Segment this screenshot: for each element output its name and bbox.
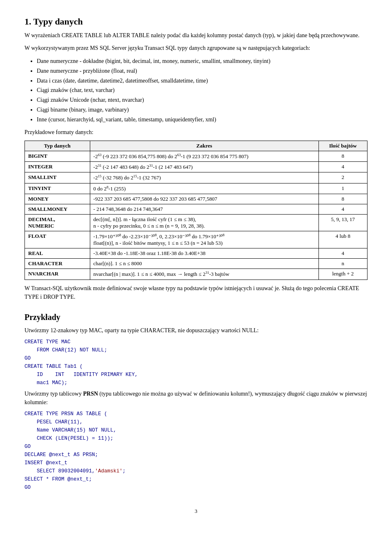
example2-bold: PRSN (83, 391, 98, 397)
cell-type: SMALLINT (25, 172, 90, 183)
table-row: CHARACTERchar[(n)]. 1 ≤ n ≤ 8000n (25, 259, 368, 269)
list-item: Data i czas (date, datetime, datetime2, … (37, 76, 368, 86)
cell-type: TINYINT (25, 183, 90, 194)
category-list: Dane numeryczne - dokładne (bigint, bit,… (37, 56, 368, 125)
example1-intro: Utwórzmy 12-znakowy typ MAC, oparty na t… (24, 326, 368, 335)
table-row: SMALLMONEY- 214 748,3648 do 214 748,3647… (25, 204, 368, 214)
example2-intro-before: Utwórzmy typ tablicowy (24, 391, 83, 397)
cell-range: -215 (-32 768) do 215-1 (32 767) (90, 172, 318, 183)
cell-bytes: 4 lub 8 (318, 231, 367, 248)
code-block-1: CREATE TYPE MAC FROM CHAR(12) NOT NULL; … (24, 338, 368, 387)
cell-range: dec[(m[, n])]. m - łączna ilość cyfr (1 … (90, 214, 318, 231)
cell-type: CHARACTER (25, 259, 90, 269)
col-header-bytes: Ilość bajtów (318, 141, 367, 151)
table-row: FLOAT-1.79×10⁺³⁰8 do -2.23×10⁻³⁰8, 0, 2.… (25, 231, 368, 248)
table-row: REAL-3.40E+38 do -1.18E-38 oraz 1.18E-38… (25, 248, 368, 259)
code-block-2: CREATE TYPE PRSN AS TABLE ( PESEL CHAR(1… (24, 410, 368, 492)
cell-type: SMALLMONEY (25, 204, 90, 214)
list-item: Ciągi znaków (char, text, varchar) (37, 85, 368, 95)
cell-range: -3.40E+38 do -1.18E-38 oraz 1.18E-38 do … (90, 248, 318, 259)
list-item: Ciągi binarne (binary, image, varbinary) (37, 105, 368, 115)
cell-type: MONEY (25, 194, 90, 204)
cell-range: 0 do 28-1 (255) (90, 183, 318, 194)
cell-bytes: 2 (318, 172, 367, 183)
list-item: Dane numeryczne - dokładne (bigint, bit,… (37, 56, 368, 66)
list-item: Inne (cursor, hierarchyid, sql_variant, … (37, 115, 368, 125)
cell-range: -263 (-9 223 372 036 854,775 808) do 263… (90, 151, 318, 161)
cell-type: NVARCHAR (25, 269, 90, 280)
cell-range: -231 (-2 147 483 648) do 231-1 (2 147 48… (90, 161, 318, 172)
cell-type: DECIMAL, NUMERIC (25, 214, 90, 231)
examples-title: Przykłady (24, 313, 368, 322)
cell-type: INTEGER (25, 161, 90, 172)
cell-bytes: 4 (318, 248, 367, 259)
table-row: BIGINT-263 (-9 223 372 036 854,775 808) … (25, 151, 368, 161)
col-header-range: Zakres (90, 141, 318, 151)
cell-type: FLOAT (25, 231, 90, 248)
cell-range: - 214 748,3648 do 214 748,3647 (90, 204, 318, 214)
cell-bytes: 8 (318, 151, 367, 161)
table-caption: Przykładowe formaty danych: (24, 128, 368, 136)
list-item: Ciągi znaków Unicode (nchar, ntext, nvar… (37, 95, 368, 105)
cell-bytes: length + 2 (318, 269, 367, 280)
table-row: DECIMAL, NUMERICdec[(m[, n])]. m - łączn… (25, 214, 368, 231)
cell-type: REAL (25, 248, 90, 259)
cell-bytes: 8 (318, 194, 367, 204)
page-number: 3 (195, 508, 198, 514)
table-row: TINYINT0 do 28-1 (255)1 (25, 183, 368, 194)
page-footer: 3 (24, 508, 368, 514)
intro-paragraph-2: W wykorzystywanym przez MS SQL Server ję… (24, 44, 368, 52)
cell-bytes: 5, 9, 13, 17 (318, 214, 367, 231)
intro-paragraph-1: W wyrażeniach CREATE TABLE lub ALTER TAB… (24, 31, 368, 40)
table-row: INTEGER-231 (-2 147 483 648) do 231-1 (2… (25, 161, 368, 172)
list-item: Dane numeryczne - przybliżone (float, re… (37, 66, 368, 76)
cell-bytes: 4 (318, 204, 367, 214)
cell-range: nvarchar[(n | max)]. 1 ≤ n ≤ 4000, max →… (90, 269, 318, 280)
page-title: 1. Typy danych (24, 16, 368, 27)
table-row: SMALLINT-215 (-32 768) do 215-1 (32 767)… (25, 172, 368, 183)
cell-range: -922 337 203 685 477,5808 do 922 337 203… (90, 194, 318, 204)
table-row: NVARCHARnvarchar[(n | max)]. 1 ≤ n ≤ 400… (25, 269, 368, 280)
cell-bytes: 1 (318, 183, 367, 194)
table-row: MONEY-922 337 203 685 477,5808 do 922 33… (25, 194, 368, 204)
col-header-type: Typ danych (25, 141, 90, 151)
example1-intro-text: Utwórzmy 12-znakowy typ MAC, oparty na t… (24, 327, 259, 333)
cell-range: char[(n)]. 1 ≤ n ≤ 8000 (90, 259, 318, 269)
cell-bytes: 4 (318, 161, 367, 172)
cell-type: BIGINT (25, 151, 90, 161)
example2-intro: Utwórzmy typ tablicowy PRSN (typu tablic… (24, 389, 368, 407)
cell-range: -1.79×10⁺³⁰8 do -2.23×10⁻³⁰8, 0, 2.23×10… (90, 231, 318, 248)
create-type-note: W Transact-SQL użytkownik może definiowa… (24, 284, 368, 301)
data-types-table: Typ danych Zakres Ilość bajtów BIGINT-26… (24, 141, 368, 280)
cell-bytes: n (318, 259, 367, 269)
